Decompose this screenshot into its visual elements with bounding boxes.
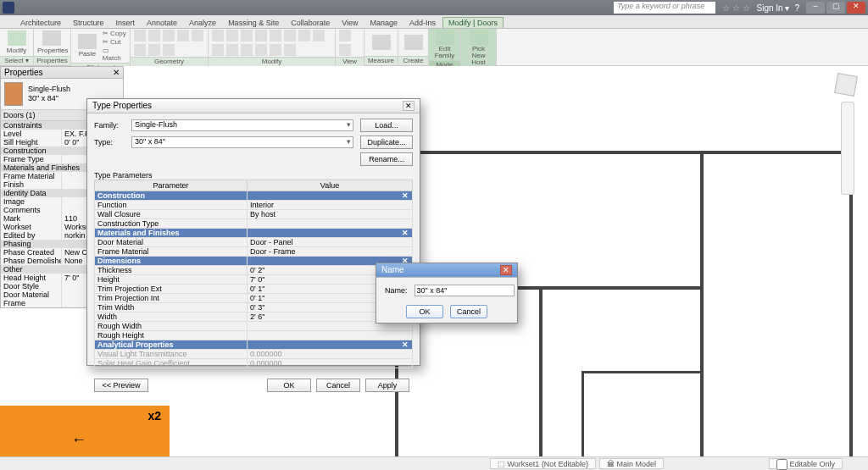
name-input[interactable] — [415, 285, 515, 296]
name-cancel-button[interactable]: Cancel — [450, 305, 487, 318]
status-bar: ⬚ Workset1 (Not Editable) 🏛 Main Model E… — [0, 456, 868, 470]
signin-button[interactable]: Sign In ▾ — [757, 3, 790, 13]
param-group[interactable]: Dimensions✕ — [95, 257, 413, 266]
window-close-button[interactable]: ✕ — [847, 2, 865, 14]
navigation-bar[interactable] — [841, 102, 854, 195]
view-cube[interactable] — [834, 73, 858, 97]
family-label: Family: — [94, 121, 131, 130]
app-titlebar: Type a keyword or phrase ☆ ☆ ☆ Sign In ▾… — [0, 0, 868, 15]
infocenter-icons[interactable]: ☆ ☆ ☆ — [722, 3, 750, 13]
tab-massing[interactable]: Massing & Site — [223, 18, 284, 28]
tab-annotate[interactable]: Annotate — [142, 18, 182, 28]
ribbon: Modify Select ▾ Properties Properties Pa… — [0, 29, 868, 66]
param-group[interactable]: Materials and Finishes✕ — [95, 229, 413, 238]
window-maximize-button[interactable]: ▢ — [826, 2, 845, 14]
tab-analyze[interactable]: Analyze — [184, 18, 221, 28]
param-row[interactable]: Trim Projection Ext0' 1" — [95, 285, 413, 294]
design-options-status[interactable]: 🏛 Main Model — [599, 458, 664, 469]
copy-button[interactable]: ✂ Copy — [103, 30, 126, 37]
type-properties-dialog: Type Properties ✕ Family: Single-Flush L… — [86, 98, 420, 366]
param-row[interactable]: FunctionInterior — [95, 201, 413, 210]
cut-button[interactable]: ✂ Cut — [103, 38, 126, 46]
panel-select-label: Select ▾ — [0, 56, 33, 65]
type-dropdown[interactable]: 30" x 84" — [131, 136, 353, 148]
param-row[interactable]: Rough Height — [95, 331, 413, 340]
type-parameters-label: Type Parameters — [94, 171, 413, 180]
param-row[interactable]: Frame MaterialDoor - Frame — [95, 247, 413, 257]
param-group[interactable]: Construction✕ — [95, 191, 413, 201]
tab-manage[interactable]: Manage — [365, 18, 403, 28]
tab-addins[interactable]: Add-Ins — [404, 18, 441, 28]
tab-modify-doors[interactable]: Modify | Doors — [442, 17, 504, 28]
close-icon[interactable]: ✕ — [113, 68, 120, 77]
create-button[interactable] — [402, 35, 425, 51]
type-parameters-table[interactable]: Parameter Value Construction✕FunctionInt… — [94, 180, 413, 368]
tab-collaborate[interactable]: Collaborate — [286, 18, 335, 28]
param-row[interactable]: Thickness0' 2" — [95, 266, 413, 275]
param-row[interactable]: Rough Width — [95, 322, 413, 331]
param-row[interactable]: Height7' 0" — [95, 275, 413, 285]
family-dropdown[interactable]: Single-Flush — [131, 119, 353, 131]
modify-tools[interactable] — [212, 30, 331, 56]
tab-view[interactable]: View — [337, 18, 363, 28]
search-input[interactable]: Type a keyword or phrase — [614, 2, 715, 14]
properties-button[interactable]: Properties — [37, 30, 66, 54]
panel-modify-label: Modify — [209, 57, 335, 66]
param-group[interactable]: Analytical Properties✕ — [95, 340, 413, 350]
duplicate-button[interactable]: Duplicate... — [360, 135, 413, 149]
param-row[interactable]: Trim Width0' 3" — [95, 303, 413, 312]
panel-measure-label: Measure — [364, 56, 398, 65]
name-dialog-titlebar[interactable]: Name ✕ — [376, 263, 517, 278]
dialog-titlebar[interactable]: Type Properties ✕ — [87, 99, 420, 113]
door-thumbnail-icon — [4, 82, 23, 106]
arrow-left-icon: ← — [71, 431, 86, 449]
pick-new-host-button[interactable]: Pick New Host — [465, 30, 492, 66]
help-icon[interactable]: ? — [794, 3, 799, 13]
param-row[interactable]: Trim Projection Int0' 1" — [95, 294, 413, 303]
type-label: Type: — [94, 138, 131, 147]
geometry-tools[interactable] — [134, 30, 204, 56]
properties-palette-title[interactable]: Properties✕ — [1, 67, 123, 79]
measure-button[interactable] — [368, 35, 394, 51]
app-icon — [3, 2, 14, 14]
cancel-button[interactable]: Cancel — [316, 379, 360, 392]
param-row[interactable]: Construction Type — [95, 219, 413, 229]
edit-family-button[interactable]: Edit Family — [432, 30, 457, 59]
match-button[interactable]: ▭ Match — [103, 47, 126, 62]
paste-button[interactable]: Paste — [75, 34, 100, 58]
param-row[interactable]: Width2' 6" — [95, 312, 413, 322]
name-ok-button[interactable]: OK — [406, 305, 443, 318]
name-dialog: Name ✕ Name: OK Cancel — [376, 263, 518, 323]
tab-insert[interactable]: Insert — [111, 18, 141, 28]
param-row[interactable]: Solar Heat Gain Coefficient0.000000 — [95, 359, 413, 368]
apply-button[interactable]: Apply — [365, 379, 409, 392]
param-row[interactable]: Wall ClosureBy host — [95, 210, 413, 219]
editable-only-toggle[interactable]: Editable Only — [769, 458, 843, 469]
window-minimize-button[interactable]: – — [806, 2, 825, 14]
tab-structure[interactable]: Structure — [68, 18, 109, 28]
dialog-close-button[interactable]: ✕ — [403, 101, 415, 111]
param-row[interactable]: Visual Light Transmittance0.000000 — [95, 350, 413, 359]
param-row[interactable]: Door MaterialDoor - Panel — [95, 238, 413, 247]
ok-button[interactable]: OK — [267, 379, 311, 392]
panel-geometry-label: Geometry — [131, 57, 208, 66]
preview-button[interactable]: << Preview — [94, 379, 148, 392]
workset-status[interactable]: ⬚ Workset1 (Not Editable) — [490, 458, 596, 469]
name-dialog-close-button[interactable]: ✕ — [500, 265, 512, 275]
tab-architecture[interactable]: Architecture — [15, 18, 66, 28]
name-label: Name: — [385, 286, 408, 295]
panel-view-label: View — [336, 57, 364, 66]
modify-tool-button[interactable]: Modify — [3, 30, 30, 54]
panel-create-label: Create — [398, 56, 428, 65]
panel-properties-label: Properties — [34, 56, 70, 65]
ribbon-tabs: Architecture Structure Insert Annotate A… — [0, 15, 868, 29]
rename-button[interactable]: Rename... — [360, 152, 413, 166]
view-tools[interactable] — [339, 30, 360, 56]
load-button[interactable]: Load... — [360, 119, 413, 132]
speed-indicator: x2 — [147, 409, 161, 423]
